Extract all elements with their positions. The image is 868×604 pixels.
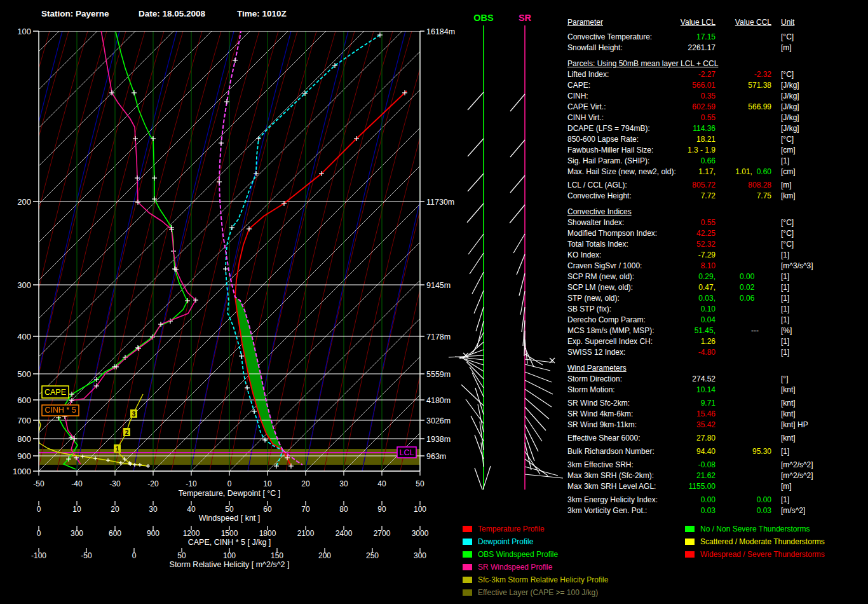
- svg-text:40: 40: [187, 505, 196, 514]
- table-row: Max. Hail Size (new, new2, old):1.17,1.0…: [567, 167, 847, 177]
- svg-text:900: 900: [147, 529, 159, 538]
- svg-text:100: 100: [414, 505, 426, 514]
- table-row: 850-600 Lapse Rate:18.21[°C]: [567, 134, 847, 145]
- svg-text:600: 600: [109, 529, 121, 538]
- lcl-label: LCL: [397, 447, 416, 458]
- legend-profile-item: Sfc-3km Storm Relative Helicity Profile: [463, 573, 608, 586]
- svg-text:3000: 3000: [412, 529, 429, 538]
- temperature-axis: -50-40-30-20-1001020304050Temperature, D…: [33, 471, 424, 498]
- table-row: Exp. Supercell Index CH:1.26[1]: [567, 336, 847, 347]
- svg-text:100: 100: [223, 551, 236, 560]
- cape-label: CAPE: [42, 386, 69, 398]
- legend-severity-item: No / Non Severe Thunderstorms: [685, 523, 825, 535]
- table-row: Fawbush-Miller Hail Size:1.3 - 1.9[cm]: [567, 145, 847, 156]
- svg-text:SR: SR: [519, 13, 532, 23]
- svg-text:Windspeed [ knt ]: Windspeed [ knt ]: [199, 514, 261, 523]
- svg-text:10: 10: [263, 479, 272, 488]
- table-section-title: Convective Indices: [567, 207, 847, 217]
- svg-text:963m: 963m: [426, 452, 446, 461]
- table-row: Sig. Hail Param. (SHIP):0.66[1]: [567, 156, 847, 167]
- legend-swatch: [685, 539, 695, 545]
- svg-text:700: 700: [17, 416, 31, 425]
- dewpoint-profile: [223, 32, 383, 469]
- svg-text:CAPE: CAPE: [44, 388, 66, 397]
- legend-swatch: [463, 577, 472, 583]
- table-row: Effective Shear 6000:27.80[knt]: [567, 433, 847, 444]
- legend-swatch: [685, 551, 695, 558]
- svg-text:50: 50: [225, 505, 234, 514]
- svg-text:0: 0: [37, 505, 41, 514]
- table-row: Convective Temperature:17.15[°C]: [567, 32, 847, 43]
- sr-barb-column: SR: [510, 13, 563, 490]
- table-row: 3km Effective SRH:-0.08[m^2/s^2]: [567, 460, 847, 470]
- svg-text:-10: -10: [186, 479, 197, 488]
- table-row: LCL / CCL (AGL):805.72808.28[m]: [567, 180, 847, 191]
- svg-text:5559m: 5559m: [426, 370, 451, 379]
- legend-profile-item: Temperature Profile: [463, 523, 608, 535]
- svg-text:Temperature, Dewpoint [ °C ]: Temperature, Dewpoint [ °C ]: [179, 489, 281, 498]
- svg-text:300: 300: [17, 280, 31, 290]
- table-row: 3km Vorticity Gen. Pot.:0.030.03[m/s^2]: [567, 505, 847, 516]
- svg-text:150: 150: [271, 551, 283, 560]
- legend-profile-item: Effective Layer (CAPE >= 100 J/kg): [463, 586, 608, 599]
- svg-text:60: 60: [263, 505, 272, 514]
- legend-swatch: [463, 551, 472, 558]
- svg-text:4180m: 4180m: [426, 396, 451, 405]
- cinh-label: CINH * 5: [42, 405, 79, 416]
- svg-text:900: 900: [17, 451, 31, 461]
- svg-text:-50: -50: [33, 479, 44, 488]
- legend-swatch: [463, 526, 472, 532]
- svg-text:20: 20: [301, 479, 310, 488]
- svg-text:-20: -20: [147, 479, 159, 488]
- table-row: SR Wind 4km-6km:15.46[knt]: [567, 409, 847, 420]
- wind-gridlines: [39, 31, 420, 471]
- srh-level-marker-3: 3: [130, 409, 137, 418]
- table-row: SR Wind Sfc-2km:9.71[knt]: [567, 398, 847, 409]
- legend-swatch: [685, 526, 695, 532]
- table-section-title: Parcels: Using 50mB mean layer LCL + CCL: [567, 58, 847, 69]
- table-row: SB STP (fix):0.10[1]: [567, 304, 847, 315]
- svg-text:1: 1: [116, 446, 119, 453]
- table-row: Showalter Index:0.55[°C]: [567, 217, 847, 228]
- svg-text:600: 600: [17, 395, 31, 405]
- svg-text:80: 80: [339, 505, 348, 514]
- table-row: SWISS 12 Index:-4.80[1]: [567, 347, 847, 358]
- table-row: Max 3km SRH (Sfc-2km):21.62[m^2/s^2]: [567, 470, 847, 481]
- pressure-axis: 1002003004005006007008009001000: [13, 27, 39, 476]
- table-row: Derecho Comp Param:0.04[1]: [567, 315, 847, 326]
- svg-text:-100: -100: [31, 551, 46, 560]
- table-row: Convective Height:7.727.75[km]: [567, 191, 847, 202]
- table-row: Storm Direction:274.52[°]: [567, 374, 847, 385]
- svg-text:Storm Relative Helicity [ m^2/: Storm Relative Helicity [ m^2/s^2 ]: [170, 560, 290, 569]
- legend-severity: No / Non Severe ThunderstormsScattered /…: [685, 523, 825, 561]
- table-row: SCP RM (new, old):0.29,0.00 [1]: [567, 271, 847, 282]
- svg-text:100: 100: [17, 27, 31, 36]
- table-row: Modified Thompson Index:42.25[°C]: [567, 228, 847, 239]
- svg-text:16184m: 16184m: [426, 27, 455, 36]
- table-header-row: ParameterValue LCLValue CCLUnit: [567, 17, 847, 28]
- app-screen: Station: Payerne Date: 18.05.2008 Time: …: [0, 0, 868, 604]
- table-row: Lifted Index:-2.27-2.32[°C]: [567, 69, 847, 80]
- svg-text:0: 0: [227, 479, 232, 488]
- svg-text:2700: 2700: [374, 529, 391, 538]
- table-row: CAPE Virt.:602.59566.99[J/kg]: [567, 102, 847, 113]
- svg-text:250: 250: [366, 551, 379, 560]
- svg-text:-50: -50: [81, 551, 92, 560]
- svg-text:2100: 2100: [297, 529, 315, 538]
- svg-text:1938m: 1938m: [426, 435, 451, 444]
- obs-windspeed-profile: [56, 32, 190, 469]
- svg-text:3026m: 3026m: [426, 416, 451, 425]
- sr-windspeed-profile: [62, 27, 198, 464]
- table-row: Total Totals Index:52.32[°C]: [567, 239, 847, 250]
- legend-swatch: [463, 589, 472, 596]
- svg-text:10: 10: [72, 505, 81, 514]
- height-axis: 16184m11730m9145m7178m5559m4180m3026m193…: [420, 27, 455, 461]
- svg-text:9145m: 9145m: [426, 281, 451, 290]
- legend-severity-item: Widespread / Severe Thunderstorms: [685, 548, 825, 561]
- svg-text:CAPE, CINH * 5 [ J/kg ]: CAPE, CINH * 5 [ J/kg ]: [188, 538, 271, 547]
- svg-text:500: 500: [17, 369, 31, 379]
- svg-text:300: 300: [71, 529, 83, 538]
- svg-text:3: 3: [132, 411, 136, 418]
- legend-profile-item: Dewpoint Profile: [463, 535, 608, 548]
- table-row: KO Index:-7.29[1]: [567, 250, 847, 261]
